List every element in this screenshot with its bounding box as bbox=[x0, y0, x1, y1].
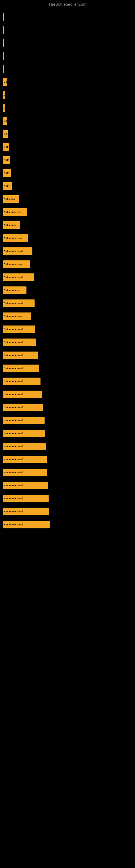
bar-5: E bbox=[3, 65, 4, 73]
bar-17: Bottleneck bbox=[3, 221, 20, 229]
bar-label-33: Bottleneck result bbox=[4, 432, 24, 435]
bar-row: B bbox=[0, 101, 135, 115]
bar-39: Bottleneck result bbox=[3, 508, 49, 516]
bar-label-30: Bottleneck result bbox=[4, 393, 24, 396]
bar-row: Bottleneck result bbox=[0, 297, 135, 310]
bar-33: Bottleneck result bbox=[3, 430, 45, 437]
bar-row: E bbox=[0, 36, 135, 50]
bar-27: Bottleneck result bbox=[3, 351, 38, 359]
bar-37: Bottleneck result bbox=[3, 482, 48, 489]
bar-row: Bottleneck result bbox=[0, 414, 135, 427]
bar-14: Bott bbox=[3, 182, 12, 190]
bar-label-6: Bo bbox=[4, 81, 7, 83]
bar-16: Bottleneck res bbox=[3, 208, 27, 216]
bar-row: Bottleneck result bbox=[0, 505, 135, 518]
bar-label-13: Bott bbox=[4, 172, 9, 175]
bar-19: Bottleneck result bbox=[3, 247, 32, 255]
bar-label-20: Bottleneck resu bbox=[4, 263, 22, 266]
bar-34: Bottleneck result bbox=[3, 443, 46, 450]
bar-12: Bott bbox=[3, 156, 10, 164]
bar-row: Bottleneck resu bbox=[0, 258, 135, 271]
bar-label-12: Bott bbox=[4, 159, 9, 161]
bar-row: Bottleneck result bbox=[0, 271, 135, 284]
bar-15: Bottlenec bbox=[3, 195, 19, 203]
bar-row: Bottleneck res bbox=[0, 206, 135, 219]
bar-row: Bottleneck result bbox=[0, 388, 135, 401]
bar-row: Bottleneck result bbox=[0, 440, 135, 453]
bar-row: Bottleneck result bbox=[0, 336, 135, 349]
bar-label-26: Bottleneck result bbox=[4, 341, 24, 344]
bar-label-38: Bottleneck result bbox=[4, 497, 24, 500]
bar-row bbox=[0, 23, 135, 36]
bars-container: EBEBoBBBoBoBotBottBottBottBottlenecBottl… bbox=[0, 8, 135, 534]
bar-11: Bot bbox=[3, 143, 9, 151]
bar-8: B bbox=[3, 104, 5, 112]
bar-35: Bottleneck result bbox=[3, 456, 47, 463]
bar-label-7: B bbox=[4, 94, 5, 96]
bar-label-11: Bot bbox=[4, 146, 8, 148]
bar-label-25: Bottleneck result bbox=[4, 328, 24, 331]
bar-row: Bo bbox=[0, 115, 135, 127]
bar-row: Bottleneck result bbox=[0, 479, 135, 492]
bar-row: Bo bbox=[0, 75, 135, 88]
bar-row: Bottleneck re bbox=[0, 284, 135, 297]
bar-label-19: Bottleneck result bbox=[4, 250, 24, 252]
bar-label-10: Bo bbox=[4, 133, 7, 135]
bar-row: Bottleneck result bbox=[0, 453, 135, 466]
bar-30: Bottleneck result bbox=[3, 391, 42, 398]
bar-row: Bottlenec bbox=[0, 193, 135, 206]
bar-row: E bbox=[0, 62, 135, 75]
bar-row: Bot bbox=[0, 141, 135, 154]
bar-row: Bottleneck result bbox=[0, 375, 135, 388]
bar-row: Bottleneck result bbox=[0, 492, 135, 505]
bar-36: Bottleneck result bbox=[3, 469, 47, 476]
bar-label-21: Bottleneck result bbox=[4, 276, 24, 279]
bar-2 bbox=[3, 26, 4, 34]
bar-label-27: Bottleneck result bbox=[4, 354, 24, 357]
bar-13: Bott bbox=[3, 169, 11, 177]
bar-label-23: Bottleneck result bbox=[4, 302, 24, 305]
bar-23: Bottleneck result bbox=[3, 300, 35, 307]
bar-row: Bottleneck result bbox=[0, 362, 135, 375]
bar-20: Bottleneck resu bbox=[3, 260, 30, 268]
bar-row: Bott bbox=[0, 180, 135, 193]
bar-label-18: Bottleneck resu bbox=[4, 237, 22, 240]
bar-row: Bottleneck result bbox=[0, 427, 135, 440]
bar-40: Bottleneck result bbox=[3, 521, 50, 528]
bar-32: Bottleneck result bbox=[3, 416, 45, 424]
bar-6: Bo bbox=[3, 78, 7, 86]
bar-row: Bottleneck bbox=[0, 219, 135, 231]
bar-label-29: Bottleneck result bbox=[4, 380, 24, 383]
bar-31: Bottleneck result bbox=[3, 404, 43, 411]
bar-28: Bottleneck result bbox=[3, 365, 39, 372]
bar-9: Bo bbox=[3, 117, 7, 125]
bar-label-28: Bottleneck result bbox=[4, 367, 24, 370]
bar-21: Bottleneck result bbox=[3, 273, 34, 281]
bar-label-14: Bott bbox=[4, 185, 9, 187]
bar-row bbox=[0, 10, 135, 23]
bar-22: Bottleneck re bbox=[3, 286, 27, 294]
bar-label-9: Bo bbox=[4, 120, 7, 122]
bar-26: Bottleneck result bbox=[3, 339, 36, 346]
bar-label-35: Bottleneck result bbox=[4, 458, 24, 461]
bar-row: Bo bbox=[0, 127, 135, 141]
bar-row: Bottleneck resu bbox=[0, 231, 135, 245]
site-title: TheBottlenecker.com bbox=[0, 0, 135, 8]
bar-label-34: Bottleneck result bbox=[4, 445, 24, 448]
bar-label-8: B bbox=[4, 106, 5, 109]
bar-label-22: Bottleneck re bbox=[4, 289, 19, 291]
bar-label-15: Bottlenec bbox=[4, 198, 15, 200]
bar-38: Bottleneck result bbox=[3, 495, 49, 502]
bar-row: B bbox=[0, 50, 135, 62]
bar-row: Bottleneck resu bbox=[0, 310, 135, 323]
bar-label-4: B bbox=[4, 55, 4, 57]
bar-label-37: Bottleneck result bbox=[4, 484, 24, 487]
bar-label-39: Bottleneck result bbox=[4, 510, 24, 513]
bar-label-40: Bottleneck result bbox=[4, 523, 24, 526]
bar-18: Bottleneck resu bbox=[3, 235, 28, 242]
bar-label-17: Bottleneck bbox=[4, 224, 16, 226]
bar-label-32: Bottleneck result bbox=[4, 419, 24, 422]
bar-25: Bottleneck result bbox=[3, 326, 35, 333]
bar-label-16: Bottleneck res bbox=[4, 211, 20, 214]
bar-row: Bott bbox=[0, 154, 135, 166]
